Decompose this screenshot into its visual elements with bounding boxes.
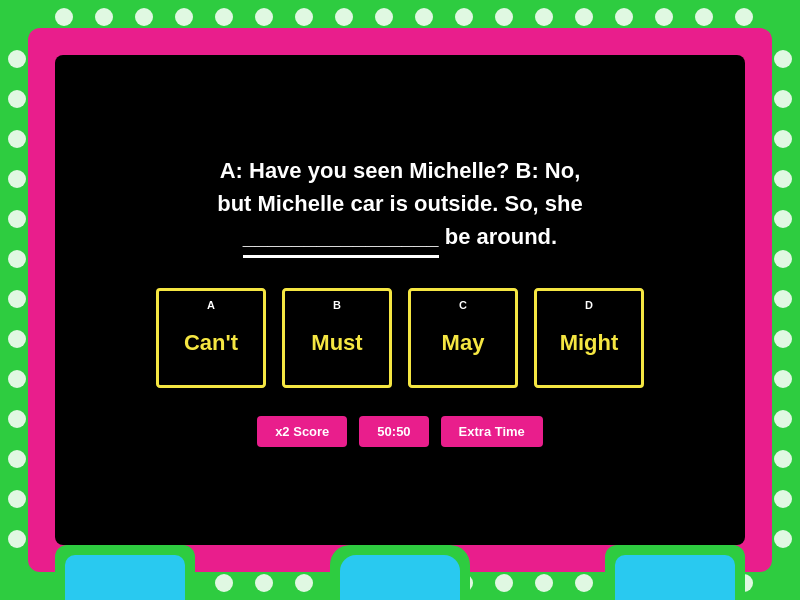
- bottom-left-inner: [65, 555, 185, 600]
- answer-b-label: Must: [311, 330, 362, 356]
- answer-c-label: May: [442, 330, 485, 356]
- answer-d[interactable]: D Might: [534, 288, 644, 388]
- game-screen: A: Have you seen Michelle? B: No, but Mi…: [55, 55, 745, 545]
- x2score-button[interactable]: x2 Score: [257, 416, 347, 447]
- powerups-row: x2 Score 50:50 Extra Time: [257, 416, 543, 447]
- bottom-center-inner: [340, 555, 460, 600]
- answer-c-letter: C: [459, 299, 467, 311]
- fifty-fifty-button[interactable]: 50:50: [359, 416, 428, 447]
- question-text: A: Have you seen Michelle? B: No, but Mi…: [217, 154, 583, 258]
- bottom-right-inner: [615, 555, 735, 600]
- answer-a-label: Can't: [184, 330, 238, 356]
- answer-d-letter: D: [585, 299, 593, 311]
- answer-a[interactable]: A Can't: [156, 288, 266, 388]
- outer-border: A: Have you seen Michelle? B: No, but Mi…: [0, 0, 800, 600]
- answer-b[interactable]: B Must: [282, 288, 392, 388]
- extra-time-button[interactable]: Extra Time: [441, 416, 543, 447]
- answer-b-letter: B: [333, 299, 341, 311]
- answer-c[interactable]: C May: [408, 288, 518, 388]
- answer-d-label: Might: [560, 330, 619, 356]
- answer-a-letter: A: [207, 299, 215, 311]
- answers-row: A Can't B Must C May D Might: [156, 288, 644, 388]
